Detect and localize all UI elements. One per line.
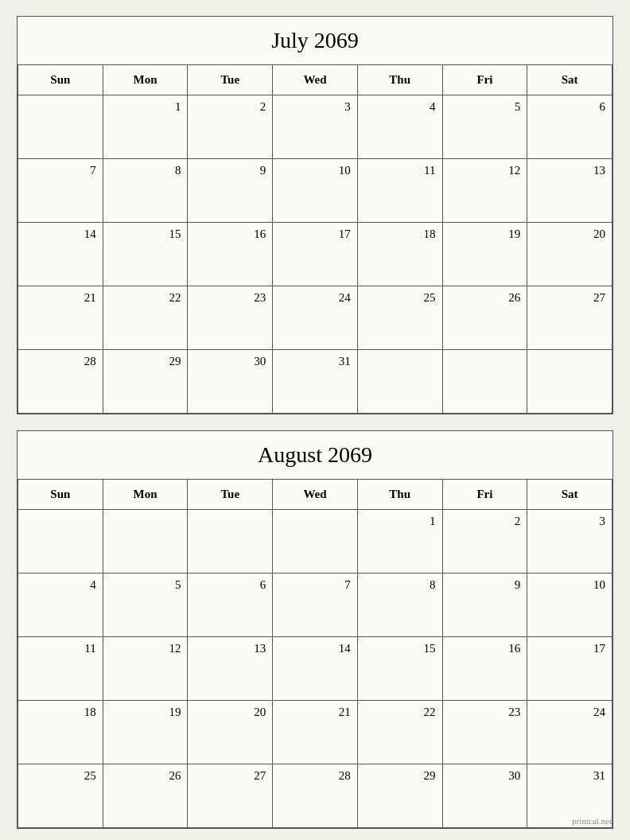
day-cell-0-3-0: 21 xyxy=(18,286,103,350)
day-cell-0-2-0: 14 xyxy=(18,223,103,286)
day-cell-0-0-6: 6 xyxy=(527,95,612,159)
day-header-1-6: Sat xyxy=(527,480,612,510)
calendar-title-0: July 2069 xyxy=(18,17,612,65)
day-cell-1-2-4: 15 xyxy=(358,637,443,701)
day-cell-1-1-1: 5 xyxy=(103,574,189,637)
day-header-0-6: Sat xyxy=(527,65,612,95)
day-cell-0-2-4: 18 xyxy=(358,223,443,286)
watermark: printcal.net xyxy=(17,816,613,826)
day-cell-0-4-5 xyxy=(443,350,528,414)
day-cell-0-2-5: 19 xyxy=(443,223,528,286)
day-header-1-2: Tue xyxy=(188,480,273,510)
day-cell-1-2-5: 16 xyxy=(443,637,528,701)
day-cell-1-1-4: 8 xyxy=(358,574,443,637)
day-cell-0-4-4 xyxy=(358,350,443,414)
day-cell-0-3-4: 25 xyxy=(358,286,443,350)
day-cell-1-3-3: 21 xyxy=(273,701,358,764)
day-cell-1-1-0: 4 xyxy=(18,574,103,637)
day-cell-0-2-1: 15 xyxy=(103,223,189,286)
day-cell-0-0-5: 5 xyxy=(443,95,528,159)
day-header-0-2: Tue xyxy=(188,65,273,95)
day-cell-1-0-2 xyxy=(188,510,273,574)
day-cell-0-1-0: 7 xyxy=(18,159,103,223)
day-cell-1-1-2: 6 xyxy=(188,574,273,637)
day-cell-0-1-5: 12 xyxy=(443,159,528,223)
day-header-0-5: Fri xyxy=(443,65,528,95)
day-cell-0-1-4: 11 xyxy=(358,159,443,223)
day-cell-1-3-4: 22 xyxy=(358,701,443,764)
day-cell-0-3-6: 27 xyxy=(527,286,612,350)
day-cell-1-0-0 xyxy=(18,510,103,574)
day-cell-1-2-6: 17 xyxy=(527,637,612,701)
day-cell-1-3-6: 24 xyxy=(527,701,612,764)
day-header-1-1: Mon xyxy=(103,480,189,510)
day-cell-1-1-6: 10 xyxy=(527,574,612,637)
day-cell-1-3-0: 18 xyxy=(18,701,103,764)
day-cell-1-2-2: 13 xyxy=(188,637,273,701)
day-cell-0-0-2: 2 xyxy=(188,95,273,159)
calendar-july-2069: July 2069SunMonTueWedThuFriSat1234567891… xyxy=(17,16,613,414)
day-cell-0-0-0 xyxy=(18,95,103,159)
day-header-0-0: Sun xyxy=(18,65,103,95)
day-cell-1-0-6: 3 xyxy=(527,510,612,574)
day-cell-0-2-3: 17 xyxy=(273,223,358,286)
day-cell-0-4-6 xyxy=(527,350,612,414)
calendar-august-2069: August 2069SunMonTueWedThuFriSat12345678… xyxy=(17,430,613,829)
day-cell-0-1-6: 13 xyxy=(527,159,612,223)
day-cell-0-4-3: 31 xyxy=(273,350,358,414)
day-cell-0-4-0: 28 xyxy=(18,350,103,414)
day-header-0-1: Mon xyxy=(103,65,189,95)
calendar-title-1: August 2069 xyxy=(18,431,612,480)
day-cell-1-1-3: 7 xyxy=(273,574,358,637)
day-cell-0-3-3: 24 xyxy=(273,286,358,350)
day-cell-1-0-4: 1 xyxy=(358,510,443,574)
day-header-0-4: Thu xyxy=(358,65,443,95)
day-cell-0-0-1: 1 xyxy=(103,95,189,159)
day-cell-0-0-4: 4 xyxy=(358,95,443,159)
day-cell-1-3-1: 19 xyxy=(103,701,189,764)
day-cell-1-2-1: 12 xyxy=(103,637,189,701)
day-cell-1-2-0: 11 xyxy=(18,637,103,701)
day-cell-1-0-3 xyxy=(273,510,358,574)
day-cell-1-3-2: 20 xyxy=(188,701,273,764)
day-header-1-4: Thu xyxy=(358,480,443,510)
day-cell-0-4-2: 30 xyxy=(188,350,273,414)
day-cell-0-3-1: 22 xyxy=(103,286,189,350)
day-cell-0-2-6: 20 xyxy=(527,223,612,286)
day-cell-1-0-1 xyxy=(103,510,189,574)
day-cell-0-4-1: 29 xyxy=(103,350,189,414)
calendar-container: July 2069SunMonTueWedThuFriSat1234567891… xyxy=(17,16,613,829)
day-cell-0-1-3: 10 xyxy=(273,159,358,223)
day-header-1-5: Fri xyxy=(443,480,528,510)
calendar-grid-0: SunMonTueWedThuFriSat1234567891011121314… xyxy=(18,65,612,414)
day-cell-0-3-5: 26 xyxy=(443,286,528,350)
day-cell-1-3-5: 23 xyxy=(443,701,528,764)
day-cell-1-0-5: 2 xyxy=(443,510,528,574)
calendar-grid-1: SunMonTueWedThuFriSat1234567891011121314… xyxy=(18,480,612,828)
day-cell-0-2-2: 16 xyxy=(188,223,273,286)
day-cell-1-2-3: 14 xyxy=(273,637,358,701)
day-cell-0-1-1: 8 xyxy=(103,159,189,223)
day-cell-1-1-5: 9 xyxy=(443,574,528,637)
day-cell-0-0-3: 3 xyxy=(273,95,358,159)
day-header-0-3: Wed xyxy=(273,65,358,95)
day-header-1-3: Wed xyxy=(273,480,358,510)
day-cell-0-1-2: 9 xyxy=(188,159,273,223)
day-cell-0-3-2: 23 xyxy=(188,286,273,350)
day-header-1-0: Sun xyxy=(18,480,103,510)
